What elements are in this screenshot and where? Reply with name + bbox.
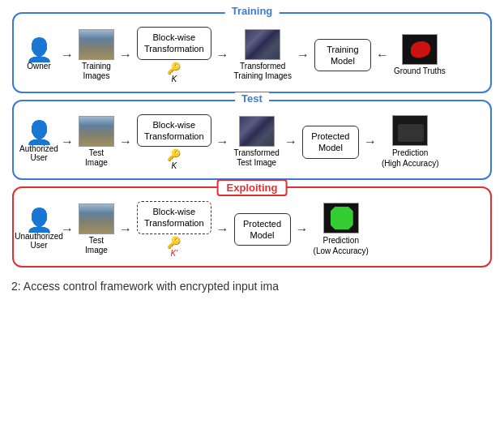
transformed-test-label: TransformedTest Image xyxy=(234,148,280,168)
owner-block: 👤 Owner xyxy=(22,39,56,71)
owner-label: Owner xyxy=(27,62,50,71)
test-image-thumb xyxy=(79,116,114,147)
training-row: 👤 Owner → TrainingImages → Block-wiseTra… xyxy=(22,27,482,83)
exploit-test-image-block: TestImage xyxy=(79,203,114,255)
arrow-t2: → xyxy=(119,135,132,149)
arrow-e2: → xyxy=(119,222,132,237)
test-panel-title: Test xyxy=(235,92,269,105)
key-icon-training: 🔑 xyxy=(167,62,181,75)
ground-truths-block: Ground Truths xyxy=(394,34,446,76)
blockwise-box-test: Block-wiseTransformation xyxy=(137,114,211,148)
training-panel-title: Training xyxy=(225,5,280,17)
arrow-4: → xyxy=(297,48,310,62)
authorized-user-icon: 👤 xyxy=(25,122,53,144)
arrow-t4: → xyxy=(284,135,297,149)
arrow-e3: → xyxy=(216,222,229,237)
protected-model-block-exploit: ProtectedModel xyxy=(234,213,291,246)
key-icon-test: 🔑 xyxy=(167,148,181,161)
exploit-test-image-thumb xyxy=(79,203,114,234)
exploiting-panel-title: Exploiting xyxy=(217,179,288,196)
transformed-image-thumb xyxy=(245,29,280,60)
test-image-label: TestImage xyxy=(85,148,108,168)
blockwise-key-block-exploit: Block-wiseTransformation 🔑 K' xyxy=(137,201,211,258)
ground-truths-label: Ground Truths xyxy=(394,66,446,76)
unauthorized-user-icon: 👤 xyxy=(25,209,53,232)
key-block-test: 🔑 K xyxy=(167,148,181,170)
prediction-low-label: Prediction(Low Accuracy) xyxy=(314,235,369,256)
authorized-user-label: AuthorizedUser xyxy=(19,144,58,162)
prediction-high-thumb xyxy=(392,115,428,146)
arrow-e1: → xyxy=(61,222,74,237)
protected-model-box-exploit: ProtectedModel xyxy=(234,213,291,246)
owner-icon: 👤 xyxy=(25,39,53,62)
key-block-training: 🔑 K xyxy=(167,62,181,83)
training-images-block: TrainingImages xyxy=(79,29,114,81)
prediction-high-label: Prediction(High Accuracy) xyxy=(382,148,439,169)
arrow-1: → xyxy=(61,48,74,62)
exploit-test-image-label: TestImage xyxy=(85,236,108,255)
prediction-low-block: Prediction(Low Accuracy) xyxy=(314,203,369,256)
arrow-2: → xyxy=(119,48,132,62)
blockwise-key-block-test: Block-wiseTransformation 🔑 K xyxy=(137,114,211,171)
unauthorized-user-label: UnauthorizedUser xyxy=(15,232,62,250)
exploiting-row: 👤 UnauthorizedUser → TestImage → Block-w… xyxy=(22,201,482,258)
training-model-block: TrainingModel xyxy=(314,39,371,72)
caption: 2: Access control framework with encrypt… xyxy=(8,280,496,293)
training-panel: Training 👤 Owner → TrainingImages → Bloc… xyxy=(12,12,492,93)
diagram-container: Training 👤 Owner → TrainingImages → Bloc… xyxy=(8,8,496,272)
test-panel: Test 👤 AuthorizedUser → TestImage → Bloc… xyxy=(12,100,492,181)
prediction-high-block: Prediction(High Accuracy) xyxy=(382,115,439,169)
key-label-test: K xyxy=(171,161,177,170)
wrong-key-icon: 🔑 xyxy=(167,236,181,249)
blockwise-box-training: Block-wiseTransformation xyxy=(137,27,211,60)
wrong-key-label: K' xyxy=(170,249,177,258)
key-label-training: K xyxy=(171,75,177,83)
transformed-test-thumb xyxy=(239,116,275,147)
arrow-t3: → xyxy=(216,135,229,149)
transformed-label: TransformedTraining Images xyxy=(234,62,292,81)
protected-model-box-test: ProtectedModel xyxy=(302,126,359,159)
transformed-images-block: TransformedTraining Images xyxy=(234,29,292,81)
arrow-t1: → xyxy=(61,135,74,149)
exploiting-panel: Exploiting 👤 UnauthorizedUser → TestImag… xyxy=(12,186,492,268)
training-model-box: TrainingModel xyxy=(314,39,371,72)
key-block-exploit: 🔑 K' xyxy=(167,236,181,258)
prediction-low-thumb xyxy=(323,203,359,233)
test-row: 👤 AuthorizedUser → TestImage → Block-wis… xyxy=(22,114,482,171)
arrow-5: ← xyxy=(376,48,389,62)
arrow-3: → xyxy=(216,48,229,62)
protected-model-block-test: ProtectedModel xyxy=(302,126,359,159)
blockwise-box-exploit: Block-wiseTransformation xyxy=(137,201,211,234)
unauthorized-user-block: 👤 UnauthorizedUser xyxy=(22,209,56,250)
arrow-e4: → xyxy=(296,222,309,237)
training-image-thumb xyxy=(79,29,114,60)
ground-truth-thumb xyxy=(402,34,438,65)
blockwise-key-block: Block-wiseTransformation 🔑 K xyxy=(137,27,211,83)
test-image-block: TestImage xyxy=(79,116,114,168)
arrow-t5: → xyxy=(364,135,377,149)
training-images-label: TrainingImages xyxy=(82,62,111,81)
transformed-test-block: TransformedTest Image xyxy=(234,116,280,168)
authorized-user-block: 👤 AuthorizedUser xyxy=(22,122,56,162)
